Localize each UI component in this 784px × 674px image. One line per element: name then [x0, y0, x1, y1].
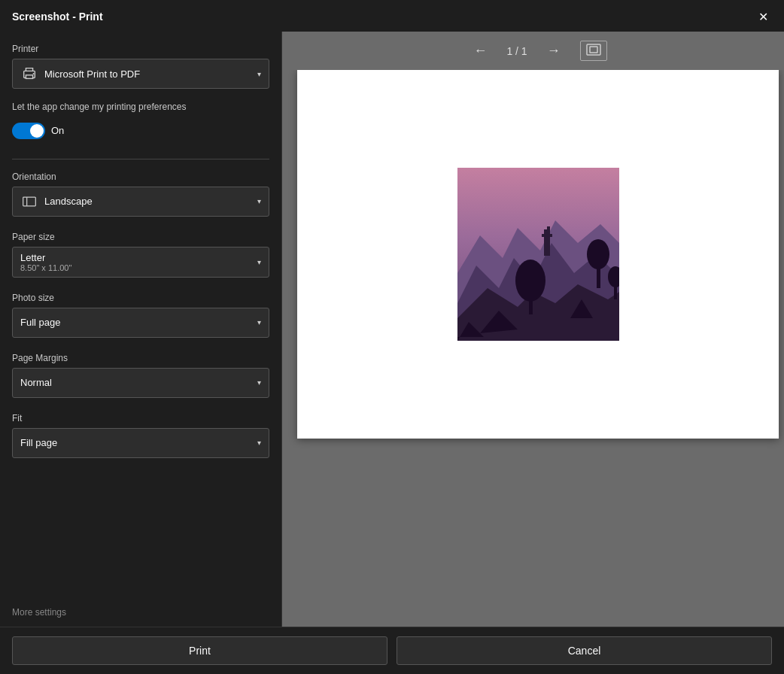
prev-arrow-icon: ←: [473, 43, 487, 58]
svg-rect-3: [23, 197, 36, 206]
more-settings-link[interactable]: More settings: [12, 598, 269, 627]
right-panel: ← 1 / 1 →: [282, 32, 784, 627]
photo-size-label: Photo size: [12, 293, 269, 303]
orientation-label: Orientation: [12, 172, 269, 182]
printer-chevron-icon: ▾: [257, 70, 261, 78]
svg-rect-13: [542, 234, 552, 237]
fit-page-button[interactable]: [580, 41, 607, 61]
preview-image: [457, 168, 619, 341]
printer-icon: [20, 65, 38, 83]
photo-size-dropdown[interactable]: Full page ▾: [12, 308, 269, 338]
next-arrow-icon: →: [547, 43, 561, 58]
page-margins-value: Normal: [20, 377, 257, 388]
fit-icon: [586, 46, 601, 58]
page-preview: [297, 70, 779, 439]
fit-dropdown[interactable]: Fill page ▾: [12, 428, 269, 458]
fit-value: Fill page: [20, 437, 257, 448]
cancel-button[interactable]: Cancel: [397, 636, 772, 665]
svg-point-15: [587, 239, 609, 269]
bottom-buttons: Print Cancel: [0, 627, 784, 674]
preview-toolbar: ← 1 / 1 →: [282, 32, 784, 70]
orientation-chevron-icon: ▾: [257, 197, 261, 205]
toggle-state-label: On: [51, 125, 64, 136]
paper-size-values: Letter 8.50" x 11.00": [20, 252, 257, 272]
svg-rect-1: [26, 75, 32, 79]
orientation-value: Landscape: [44, 196, 257, 207]
printing-prefs-label: Let the app change my printing preferenc…: [12, 101, 269, 114]
printer-label: Printer: [12, 44, 269, 54]
title-bar: Screenshot - Print ✕: [0, 0, 784, 32]
preview-area: [282, 70, 784, 627]
close-button[interactable]: ✕: [754, 8, 772, 26]
landscape-icon: [20, 193, 38, 211]
printer-dropdown[interactable]: Microsoft Print to PDF ▾: [12, 59, 269, 89]
page-margins-label: Page Margins: [12, 353, 269, 363]
main-layout: Printer Microsoft Print to PDF ▾ Let the…: [0, 32, 784, 627]
photo-size-value: Full page: [20, 317, 257, 328]
print-button[interactable]: Print: [12, 636, 387, 665]
divider-1: [12, 159, 269, 159]
svg-point-17: [515, 260, 545, 302]
fit-label: Fit: [12, 413, 269, 424]
prev-page-button[interactable]: ←: [469, 41, 491, 60]
toggle-row: On: [12, 123, 269, 139]
left-panel: Printer Microsoft Print to PDF ▾ Let the…: [0, 32, 282, 627]
orientation-dropdown[interactable]: Landscape ▾: [12, 187, 269, 217]
paper-size-label: Paper size: [12, 232, 269, 242]
toggle-switch[interactable]: [12, 123, 45, 139]
printer-value: Microsoft Print to PDF: [44, 68, 257, 80]
svg-point-2: [33, 73, 35, 74]
page-margins-dropdown[interactable]: Normal ▾: [12, 368, 269, 398]
window-title: Screenshot - Print: [12, 11, 103, 23]
fit-chevron-icon: ▾: [257, 439, 261, 447]
photo-size-chevron-icon: ▾: [257, 318, 261, 326]
paper-size-dropdown[interactable]: Letter 8.50" x 11.00" ▾: [12, 247, 269, 278]
paper-size-chevron-icon: ▾: [257, 258, 261, 266]
next-page-button[interactable]: →: [542, 41, 565, 60]
svg-rect-5: [590, 47, 597, 53]
svg-rect-10: [457, 326, 619, 341]
svg-rect-11: [544, 229, 550, 256]
close-icon: ✕: [758, 10, 768, 24]
svg-rect-12: [547, 226, 550, 232]
page-indicator: 1 / 1: [506, 45, 527, 57]
page-margins-chevron-icon: ▾: [257, 378, 261, 387]
svg-rect-4: [587, 44, 600, 55]
